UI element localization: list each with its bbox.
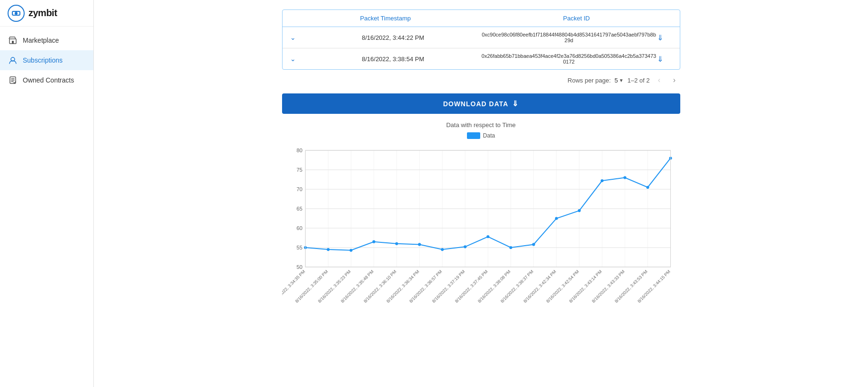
- svg-point-47: [440, 248, 443, 251]
- pagination-next-btn[interactable]: ›: [669, 74, 680, 86]
- sidebar-item-owned-contracts-label: Owned Contracts: [23, 76, 74, 84]
- logo-text: zymbit: [28, 8, 57, 18]
- sidebar-item-subscriptions-label: Subscriptions: [23, 56, 63, 64]
- row-1-download-icon[interactable]: ⇓: [657, 33, 672, 42]
- svg-point-52: [555, 217, 557, 220]
- svg-point-55: [623, 176, 626, 179]
- main-content: Packet Timestamp Packet ID ⌄ 8/16/2022, …: [94, 0, 868, 387]
- svg-point-2: [15, 12, 18, 15]
- pagination-prev-btn[interactable]: ‹: [654, 74, 665, 86]
- pagination-info: 1–2 of 2: [628, 77, 650, 84]
- rows-per-page-value: 5: [614, 77, 618, 84]
- svg-point-56: [646, 186, 649, 189]
- rows-per-page-label: Rows per page:: [567, 77, 611, 84]
- logo-icon: [8, 5, 25, 22]
- svg-point-49: [486, 235, 489, 238]
- row-1-timestamp: 8/16/2022, 3:44:22 PM: [305, 34, 481, 41]
- chart-svg: 505560657075808/16/2022, 3:34:35 PM8/16/…: [282, 143, 680, 313]
- svg-text:80: 80: [296, 147, 302, 153]
- chart-title: Data with respect to Time: [282, 121, 680, 129]
- download-data-button[interactable]: DOWNLOAD DATA ⇓: [282, 93, 680, 114]
- chart-container: 505560657075808/16/2022, 3:34:35 PM8/16/…: [282, 143, 680, 313]
- svg-point-48: [464, 245, 466, 248]
- sidebar-nav: Marketplace Subscriptions: [0, 27, 93, 90]
- svg-rect-4: [12, 41, 14, 44]
- svg-text:55: 55: [296, 245, 302, 250]
- svg-point-53: [577, 209, 580, 212]
- row-1-packet-id: 0xc90ce98c06f80eefb1f718844f48804b4d8534…: [481, 32, 657, 43]
- sidebar-item-subscriptions[interactable]: Subscriptions: [0, 50, 93, 70]
- svg-point-42: [327, 248, 329, 251]
- svg-text:50: 50: [296, 264, 302, 270]
- table-row: ⌄ 8/16/2022, 3:44:22 PM 0xc90ce98c06f80e…: [283, 27, 680, 48]
- row-2-packet-id: 0x26fabb65b71bbaea453f4ace4f2e3a76d8256b…: [481, 53, 657, 64]
- header-timestamp: Packet Timestamp: [290, 15, 481, 22]
- svg-point-51: [532, 243, 535, 246]
- table-header: Packet Timestamp Packet ID: [283, 10, 680, 27]
- packet-table: Packet Timestamp Packet ID ⌄ 8/16/2022, …: [282, 9, 680, 70]
- pagination: Rows per page: 5 ▼ 1–2 of 2 ‹ ›: [282, 74, 680, 86]
- legend-color: [467, 132, 480, 139]
- rows-per-page-chevron: ▼: [619, 78, 624, 83]
- sidebar-item-marketplace[interactable]: Marketplace: [0, 30, 93, 50]
- svg-text:60: 60: [296, 225, 302, 231]
- svg-point-50: [509, 246, 512, 249]
- logo: zymbit: [0, 0, 93, 27]
- table-row: ⌄ 8/16/2022, 3:38:54 PM 0x26fabb65b71bba…: [283, 48, 680, 69]
- svg-point-45: [395, 242, 398, 245]
- row-2-download-icon[interactable]: ⇓: [657, 55, 672, 64]
- svg-text:75: 75: [296, 167, 302, 173]
- sidebar-item-owned-contracts[interactable]: Owned Contracts: [0, 70, 93, 90]
- chart-legend: Data: [282, 132, 680, 139]
- rows-per-page-select[interactable]: 5 ▼: [614, 77, 623, 84]
- chart-section: Data with respect to Time Data 505560657…: [282, 121, 680, 313]
- svg-text:70: 70: [296, 186, 302, 192]
- download-data-icon: ⇓: [512, 99, 519, 108]
- svg-text:65: 65: [296, 206, 302, 212]
- download-data-label: DOWNLOAD DATA: [443, 100, 509, 108]
- marketplace-icon: [8, 35, 18, 46]
- svg-point-54: [601, 179, 603, 182]
- svg-point-44: [372, 240, 375, 243]
- svg-point-43: [349, 249, 352, 252]
- svg-point-46: [418, 243, 420, 246]
- owned-contracts-icon: [8, 75, 18, 85]
- sidebar-item-marketplace-label: Marketplace: [23, 37, 59, 44]
- row-expand-icon-2[interactable]: ⌄: [290, 55, 305, 63]
- sidebar: zymbit Marketplace Subscriptions: [0, 0, 94, 387]
- legend-label: Data: [483, 132, 495, 139]
- header-packet-id: Packet ID: [481, 15, 672, 22]
- row-expand-icon-1[interactable]: ⌄: [290, 34, 305, 41]
- subscriptions-icon: [8, 55, 18, 65]
- row-2-timestamp: 8/16/2022, 3:38:54 PM: [305, 55, 481, 63]
